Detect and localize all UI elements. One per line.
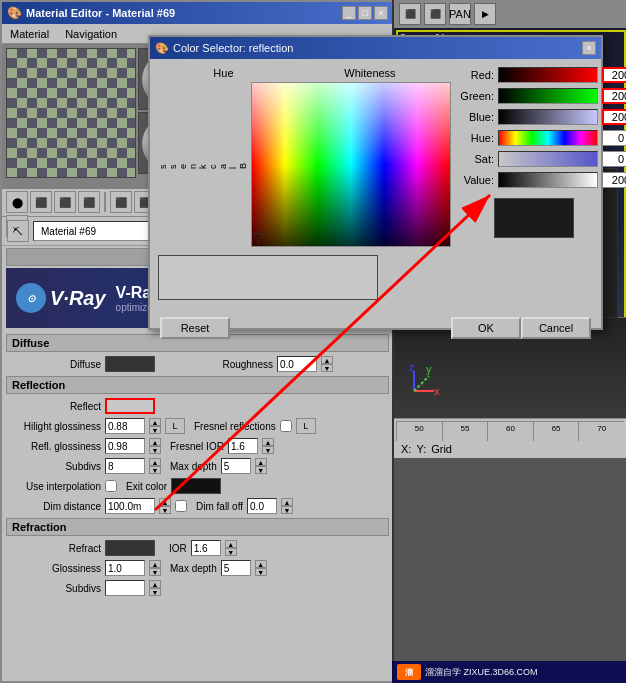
cs-title: Color Selector: reflection bbox=[173, 42, 293, 54]
tool-cylinder[interactable]: ⬛ bbox=[30, 191, 52, 213]
material-editor-title: Material Editor - Material #69 bbox=[26, 7, 175, 19]
vp-pan[interactable]: PAN bbox=[449, 3, 471, 25]
ref-subdivs-spinner[interactable]: ▲ ▼ bbox=[149, 580, 161, 596]
ref-max-depth-down[interactable]: ▼ bbox=[255, 568, 267, 576]
reset-button[interactable]: Reset bbox=[160, 317, 230, 339]
hue-slider-track[interactable] bbox=[498, 130, 598, 146]
dim-dist-input[interactable] bbox=[105, 498, 155, 514]
exit-color-swatch[interactable] bbox=[171, 478, 221, 494]
dim-falloff-input[interactable] bbox=[247, 498, 277, 514]
max-depth-up[interactable]: ▲ bbox=[255, 458, 267, 466]
cancel-button[interactable]: Cancel bbox=[521, 317, 591, 339]
ior-up[interactable]: ▲ bbox=[225, 540, 237, 548]
ior-down[interactable]: ▼ bbox=[225, 548, 237, 556]
dim-dist-down[interactable]: ▼ bbox=[159, 506, 171, 514]
blue-slider-track[interactable] bbox=[498, 109, 598, 125]
gloss-spinner[interactable]: ▲ ▼ bbox=[149, 560, 161, 576]
subdivs-up[interactable]: ▲ bbox=[149, 458, 161, 466]
refract-swatch[interactable] bbox=[105, 540, 155, 556]
dim-dist-up[interactable]: ▲ bbox=[159, 498, 171, 506]
menu-navigation[interactable]: Navigation bbox=[61, 27, 121, 41]
gloss-input[interactable] bbox=[105, 560, 145, 576]
dim-falloff-spinner[interactable]: ▲ ▼ bbox=[281, 498, 293, 514]
refl-gloss-up[interactable]: ▲ bbox=[149, 438, 161, 446]
vp-btn2[interactable]: ⬛ bbox=[424, 3, 446, 25]
roughness-up[interactable]: ▲ bbox=[321, 356, 333, 364]
ruler-50: 50 bbox=[396, 422, 442, 441]
vp-btn3[interactable]: ▶ bbox=[474, 3, 496, 25]
ior-spinner[interactable]: ▲ ▼ bbox=[225, 540, 237, 556]
max-depth-input[interactable] bbox=[221, 458, 251, 474]
mat-name-dropdown[interactable]: Material #69 bbox=[33, 221, 163, 241]
minimize-button[interactable]: _ bbox=[342, 6, 356, 20]
red-value-box[interactable]: 200 bbox=[602, 67, 626, 83]
max-depth-down[interactable]: ▼ bbox=[255, 466, 267, 474]
ior-input[interactable] bbox=[191, 540, 221, 556]
subdivs-spinner[interactable]: ▲ ▼ bbox=[149, 458, 161, 474]
sat-value-box[interactable]: 0 bbox=[602, 151, 626, 167]
maximize-button[interactable]: □ bbox=[358, 6, 372, 20]
hilight-down[interactable]: ▼ bbox=[149, 426, 161, 434]
tool-sphere[interactable]: ⬤ bbox=[6, 191, 28, 213]
ref-max-depth-spinner[interactable]: ▲ ▼ bbox=[255, 560, 267, 576]
val-value-box[interactable]: 200 bbox=[602, 172, 626, 188]
green-slider-row: Green: 200 ▲ ▼ bbox=[459, 88, 626, 104]
fresnel-ior-down[interactable]: ▼ bbox=[262, 446, 274, 454]
ref-subdivs-input[interactable] bbox=[105, 580, 145, 596]
use-interp-checkbox[interactable] bbox=[105, 480, 117, 492]
max-depth-spinner[interactable]: ▲ ▼ bbox=[255, 458, 267, 474]
blue-value-box[interactable]: 200 bbox=[602, 109, 626, 125]
tool-box[interactable]: ⬛ bbox=[54, 191, 76, 213]
subdivs-down[interactable]: ▼ bbox=[149, 466, 161, 474]
hilight-spinner[interactable]: ▲ ▼ bbox=[149, 418, 161, 434]
menu-material[interactable]: Material bbox=[6, 27, 53, 41]
hue-value-box[interactable]: 0 bbox=[602, 130, 626, 146]
dim-falloff-up[interactable]: ▲ bbox=[281, 498, 293, 506]
preview-checker-large[interactable] bbox=[6, 48, 136, 178]
hue-gradient[interactable] bbox=[251, 82, 451, 247]
roughness-input[interactable] bbox=[277, 356, 317, 372]
sat-slider-track[interactable] bbox=[498, 151, 598, 167]
diffuse-swatch[interactable] bbox=[105, 356, 155, 372]
green-value-box[interactable]: 200 bbox=[602, 88, 626, 104]
vp-btn1[interactable]: ⬛ bbox=[399, 3, 421, 25]
val-slider-track[interactable] bbox=[498, 172, 598, 188]
gloss-up[interactable]: ▲ bbox=[149, 560, 161, 568]
dim-falloff-down[interactable]: ▼ bbox=[281, 506, 293, 514]
ref-max-depth-up[interactable]: ▲ bbox=[255, 560, 267, 568]
cs-close-btn[interactable]: × bbox=[582, 41, 596, 55]
fresnel-checkbox[interactable] bbox=[280, 420, 292, 432]
hilight-up[interactable]: ▲ bbox=[149, 418, 161, 426]
ok-button[interactable]: OK bbox=[451, 317, 521, 339]
gloss-down[interactable]: ▼ bbox=[149, 568, 161, 576]
refl-gloss-spinner[interactable]: ▲ ▼ bbox=[149, 438, 161, 454]
reflect-swatch[interactable] bbox=[105, 398, 155, 414]
refl-gloss-input[interactable] bbox=[105, 438, 145, 454]
ref-max-depth-input[interactable] bbox=[221, 560, 251, 576]
y-coord-label: Y: bbox=[416, 443, 426, 455]
subdivs-input[interactable] bbox=[105, 458, 145, 474]
mat-picker-icon[interactable]: ⛏ bbox=[7, 220, 29, 242]
blue-label: Blue: bbox=[459, 111, 494, 123]
hilight-input[interactable] bbox=[105, 418, 145, 434]
fresnel-ior-spinner[interactable]: ▲ ▼ bbox=[262, 438, 274, 454]
dim-dist-checkbox[interactable] bbox=[175, 500, 187, 512]
cs-title-bar: 🎨 Color Selector: reflection × bbox=[150, 37, 601, 59]
roughness-spinner[interactable]: ▲ ▼ bbox=[321, 356, 333, 372]
ref-subdivs-down[interactable]: ▼ bbox=[149, 588, 161, 596]
red-slider-track[interactable] bbox=[498, 67, 598, 83]
reflection-section-header: Reflection bbox=[6, 376, 389, 394]
hilight-l-btn[interactable]: L bbox=[165, 418, 185, 434]
fresnel-ior-input[interactable] bbox=[228, 438, 258, 454]
refl-gloss-down[interactable]: ▼ bbox=[149, 446, 161, 454]
roughness-down[interactable]: ▼ bbox=[321, 364, 333, 372]
ref-subdivs-up[interactable]: ▲ bbox=[149, 580, 161, 588]
green-slider-track[interactable] bbox=[498, 88, 598, 104]
close-button[interactable]: × bbox=[374, 6, 388, 20]
fresnel-l-btn[interactable]: L bbox=[296, 418, 316, 434]
dim-dist-spinner[interactable]: ▲ ▼ bbox=[159, 498, 171, 514]
tool-plane[interactable]: ⬛ bbox=[78, 191, 100, 213]
fresnel-ior-up[interactable]: ▲ bbox=[262, 438, 274, 446]
color-gradient-container[interactable]: ▽ bbox=[251, 82, 451, 247]
tool-fetch[interactable]: ⬛ bbox=[110, 191, 132, 213]
